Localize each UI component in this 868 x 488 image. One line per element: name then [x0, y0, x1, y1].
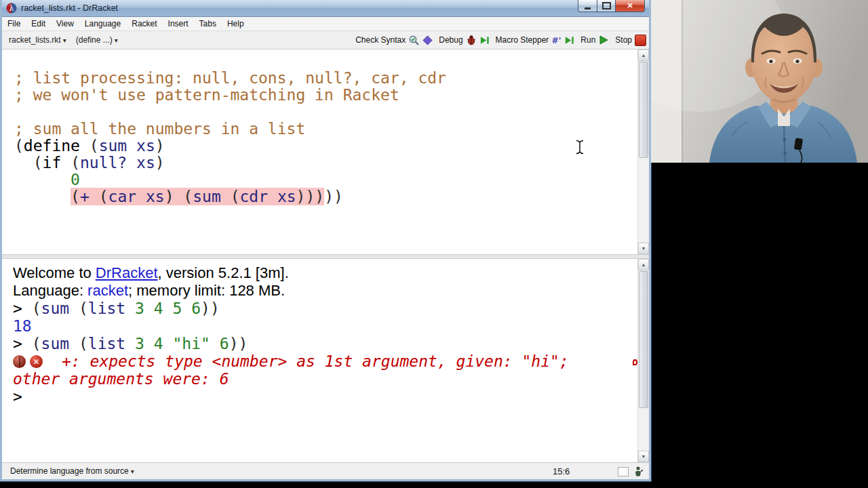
- code-token: )): [324, 188, 343, 205]
- scrollbar-thumb[interactable]: [639, 62, 648, 158]
- code-token: if: [43, 154, 62, 171]
- debug-button[interactable]: Debug: [439, 35, 489, 45]
- code-line: +: expects type <number> as 1st argument…: [13, 352, 637, 370]
- stop-button[interactable]: Stop: [615, 35, 646, 46]
- code-token: Welcome to: [13, 264, 96, 281]
- code-token: define: [24, 137, 80, 155]
- code-line: (+ (car xs) (sum (cdr xs))))): [14, 188, 637, 205]
- check-syntax-button[interactable]: Check Syntax: [355, 35, 433, 46]
- code-token: >: [13, 335, 32, 352]
- code-token: (: [71, 154, 80, 171]
- code-line: 18: [13, 317, 637, 335]
- code-token: 3: [135, 300, 144, 317]
- code-line: (if (null? xs): [14, 155, 637, 171]
- menu-file[interactable]: File: [2, 17, 26, 30]
- definitions-editor[interactable]: ; list processing: null, cons, null?, ca…: [2, 49, 637, 254]
- code-token: (: [14, 137, 24, 155]
- code-token: ): [155, 137, 165, 155]
- code-token: 4: [154, 300, 163, 317]
- toolbar: racket_lists.rkt (define ...) Check Synt…: [2, 31, 649, 49]
- toolbar-actions: Check Syntax Debug: [349, 35, 646, 46]
- code-line: > (sum (list 3 4 5 6)): [13, 300, 637, 317]
- error-x-icon[interactable]: [30, 355, 43, 368]
- code-token: ; sum all the numbers in a list: [14, 120, 305, 138]
- syntax-diamond-icon: [422, 35, 433, 45]
- presenter-person: [651, 0, 868, 163]
- edit-indicator: [618, 467, 629, 476]
- code-token: (: [32, 335, 41, 352]
- code-token: (: [79, 335, 88, 352]
- code-token: racket: [87, 282, 128, 299]
- definition-dropdown-label: (define ...): [76, 35, 113, 45]
- code-line: ; we won't use pattern-matching in Racke…: [14, 87, 637, 104]
- code-token: sum: [193, 188, 221, 205]
- code-token: car: [108, 188, 137, 205]
- language-selector-label: Determine language from source: [10, 466, 129, 476]
- scroll-up-arrow[interactable]: [638, 259, 649, 270]
- code-token: xs: [146, 188, 165, 205]
- macro-stepper-button[interactable]: Macro Stepper #': [496, 35, 575, 45]
- step-icon: [479, 35, 490, 45]
- code-token: (: [71, 188, 80, 205]
- repl-output[interactable]: Welcome to DrRacket, version 5.2.1 [3m].…: [2, 259, 637, 462]
- code-token: [61, 154, 71, 171]
- drracket-link[interactable]: DrRacket: [96, 264, 158, 281]
- language-selector[interactable]: Determine language from source: [10, 466, 134, 476]
- run-button[interactable]: Run: [580, 35, 609, 45]
- repl-scrollbar[interactable]: [637, 259, 649, 462]
- statusbar: Determine language from source 15:6: [2, 462, 649, 479]
- code-token: null?: [80, 154, 127, 171]
- code-token: [14, 188, 71, 205]
- scroll-down-arrow[interactable]: [638, 243, 649, 254]
- minimize-button[interactable]: [578, 0, 597, 12]
- drracket-logo-icon: λ: [6, 3, 17, 14]
- code-line: ; sum all the numbers in a list: [14, 121, 637, 138]
- code-token: sum: [41, 335, 70, 352]
- close-button[interactable]: [616, 0, 645, 12]
- caret-position: 15:6: [553, 466, 570, 476]
- scroll-down-arrow[interactable]: [638, 451, 649, 462]
- code-token: 4: [154, 335, 163, 352]
- code-token: 5: [173, 300, 182, 317]
- filename-dropdown[interactable]: racket_lists.rkt: [9, 35, 66, 45]
- code-token: [125, 335, 135, 352]
- code-token: sum: [99, 137, 127, 155]
- scroll-up-arrow[interactable]: [638, 49, 649, 61]
- code-token: xs: [277, 188, 296, 205]
- window-controls: [578, 0, 645, 12]
- titlebar[interactable]: λ racket_lists.rkt - DrRacket: [2, 0, 649, 17]
- menu-racket[interactable]: Racket: [126, 17, 162, 30]
- code-token: +: expects type <number> as 1st argument…: [62, 352, 569, 370]
- definition-dropdown[interactable]: (define ...): [76, 35, 118, 45]
- webcam-video: [651, 0, 868, 163]
- code-token: )): [229, 335, 248, 352]
- code-token: [144, 335, 154, 352]
- menu-view[interactable]: View: [51, 17, 79, 30]
- code-token: ; memory limit: 128 MB.: [128, 282, 285, 299]
- menu-tabs[interactable]: Tabs: [194, 17, 222, 30]
- code-token: Language:: [13, 282, 87, 299]
- menu-help[interactable]: Help: [222, 17, 250, 30]
- interactions-pane[interactable]: Welcome to DrRacket, version 5.2.1 [3m].…: [2, 259, 649, 462]
- code-line: > (sum (list 3 4 "hi" 6)): [13, 335, 637, 352]
- code-token: [136, 188, 146, 205]
- bug-report-icon[interactable]: [13, 355, 26, 368]
- gc-icon[interactable]: [633, 466, 644, 480]
- code-token: [14, 171, 71, 188]
- code-line: Welcome to DrRacket, version 5.2.1 [3m].: [13, 264, 637, 282]
- pane-splitter[interactable]: [2, 254, 649, 259]
- macro-stepper-label: Macro Stepper: [496, 35, 549, 45]
- code-token: "hi": [173, 335, 210, 352]
- menu-language[interactable]: Language: [79, 17, 126, 30]
- menu-edit[interactable]: Edit: [26, 17, 51, 30]
- definitions-pane[interactable]: ; list processing: null, cons, null?, ca…: [2, 49, 649, 254]
- editor-scrollbar[interactable]: [637, 49, 649, 254]
- code-token: ; we won't use pattern-matching in Racke…: [14, 86, 399, 104]
- scrollbar-thumb[interactable]: [639, 271, 648, 408]
- step-icon: [564, 35, 574, 45]
- code-token: 0: [71, 171, 80, 188]
- code-line: Language: racket; memory limit: 128 MB.: [13, 282, 637, 300]
- filename-dropdown-label: racket_lists.rkt: [9, 35, 61, 45]
- menu-insert[interactable]: Insert: [163, 17, 194, 30]
- maximize-button[interactable]: [597, 0, 616, 12]
